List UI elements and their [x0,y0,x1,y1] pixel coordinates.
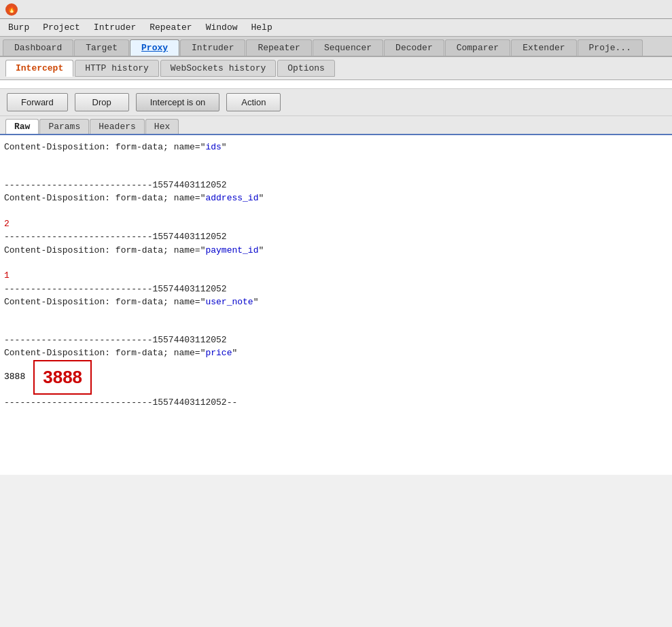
view-tab-raw[interactable]: Raw [5,119,39,134]
sub-tab-http-history[interactable]: HTTP history [75,60,159,77]
blank-line [4,205,668,217]
content-line: Content-Disposition: form-data; name="ad… [4,192,668,205]
menu-item-intruder[interactable]: Intruder [88,21,141,34]
blank-line [4,166,668,179]
main-tab-sequencer[interactable]: Sequencer [313,39,383,56]
content-line: Content-Disposition: form-data; name="pa… [4,244,668,257]
content-line: Content-Disposition: form-data; name="pr… [4,346,668,360]
content-line: ----------------------------155744031120… [4,179,668,192]
action-bar: ForwardDropIntercept is onAction [0,89,672,116]
menu-item-repeater[interactable]: Repeater [144,21,197,34]
content-line: 1 [4,269,668,283]
intercept-is-on-button[interactable]: Intercept is on [136,93,220,111]
main-tab-decoder[interactable]: Decoder [384,39,444,56]
content-line: ----------------------------155744031120… [4,334,668,347]
main-tab-repeater[interactable]: Repeater [246,39,311,56]
title-bar: 🔥 [0,0,672,19]
main-tab-dashboard[interactable]: Dashboard [3,39,73,56]
menu-item-project[interactable]: Project [37,21,86,34]
blank-line [4,154,668,166]
content-line: 2 [4,217,668,231]
main-tab-proxy[interactable]: Proxy [130,39,179,56]
view-tab-headers[interactable]: Headers [90,119,145,134]
main-tab-proje---[interactable]: Proje... [578,39,643,56]
menu-item-burp[interactable]: Burp [3,21,35,34]
blank-line [4,257,668,269]
app-logo: 🔥 [5,3,18,16]
price-box: 3888 [33,360,92,395]
main-tab-extender[interactable]: Extender [511,39,576,56]
price-highlight-row: 38883888 [4,360,668,395]
sub-tab-intercept[interactable]: Intercept [5,60,73,77]
menu-item-help[interactable]: Help [245,21,277,34]
drop-button[interactable]: Drop [75,93,129,111]
sub-tab-websockets-history[interactable]: WebSockets history [160,60,276,77]
view-tab-params[interactable]: Params [39,119,89,134]
sub-tabs: InterceptHTTP historyWebSockets historyO… [0,57,672,80]
main-tab-intruder[interactable]: Intruder [180,39,245,56]
sub-tab-options[interactable]: Options [277,60,335,77]
forward-button[interactable]: Forward [7,93,68,111]
content-area: Content-Disposition: form-data; name="id… [0,135,672,475]
main-tabs: DashboardTargetProxyIntruderRepeaterSequ… [0,37,672,57]
main-tab-comparer[interactable]: Comparer [445,39,510,56]
content-line: ----------------------------155744031120… [4,230,668,244]
blank-line [4,321,668,334]
view-tabs: RawParamsHeadersHex [0,116,672,135]
content-line: ----------------------------155744031120… [4,283,668,296]
menu-item-window[interactable]: Window [200,21,243,34]
blank-line [4,309,668,321]
content-line: ----------------------------155744031120… [4,396,668,410]
main-tab-target[interactable]: Target [74,39,129,56]
content-line: Content-Disposition: form-data; name="id… [4,141,668,154]
content-line: Content-Disposition: form-data; name="us… [4,295,668,309]
action-button[interactable]: Action [226,93,281,111]
price-small-text: 3888 [4,370,25,384]
view-tab-hex[interactable]: Hex [145,119,179,134]
menu-bar: BurpProjectIntruderRepeaterWindowHelp [0,19,672,37]
request-bar [0,80,672,89]
